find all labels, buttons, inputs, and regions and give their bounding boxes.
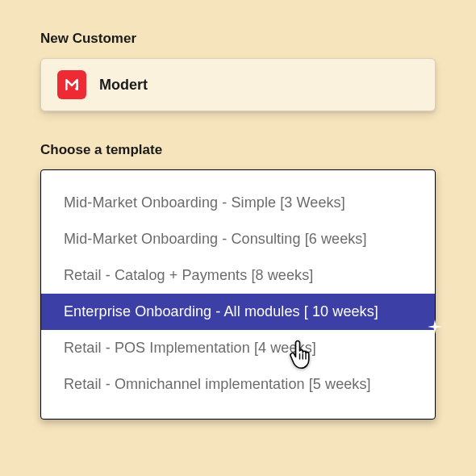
template-option[interactable]: Mid-Market Onboarding - Simple [3 Weeks]	[41, 185, 435, 221]
new-customer-label: New Customer	[40, 31, 436, 47]
template-option-selected[interactable]: Enterprise Onboarding - All modules [ 10…	[41, 294, 435, 330]
template-option[interactable]: Retail - POS Implementation [4 weeks]	[41, 330, 435, 366]
choose-template-label: Choose a template	[40, 142, 436, 158]
template-option[interactable]: Mid-Market Onboarding - Consulting [6 we…	[41, 221, 435, 257]
template-dropdown[interactable]: Mid-Market Onboarding - Simple [3 Weeks]…	[40, 169, 436, 420]
customer-logo-icon	[57, 70, 86, 99]
customer-card[interactable]: Modert	[40, 58, 436, 111]
svg-point-0	[75, 87, 78, 90]
customer-name: Modert	[99, 77, 148, 94]
template-option[interactable]: Retail - Catalog + Payments [8 weeks]	[41, 257, 435, 294]
template-option[interactable]: Retail - Omnichannel implementation [5 w…	[41, 366, 435, 403]
